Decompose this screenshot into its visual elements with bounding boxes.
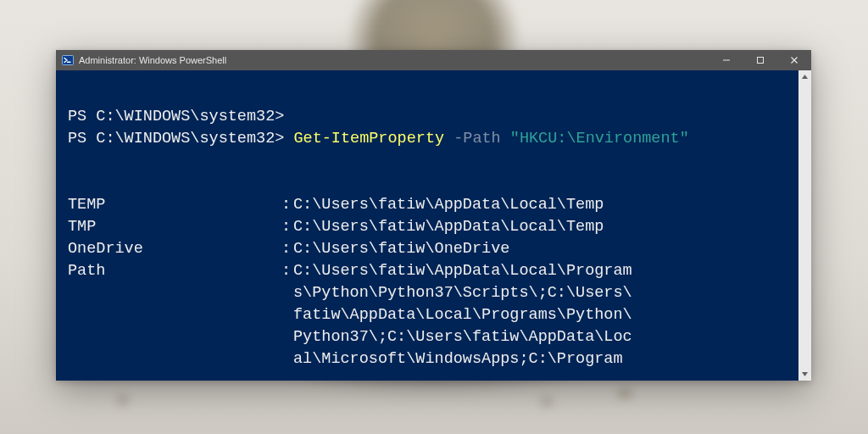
powershell-window: Administrator: Windows PowerShell PS C:\… [56,50,811,381]
svg-rect-3 [758,58,764,64]
scroll-track[interactable] [798,83,811,368]
titlebar[interactable]: Administrator: Windows PowerShell [56,50,811,70]
client-area: PS C:\WINDOWS\system32> PS C:\WINDOWS\sy… [56,70,811,381]
svg-marker-7 [802,372,808,376]
output-row: TMP: C:\Users\fatiw\AppData\Local\Temp [68,216,790,238]
output-sep: : [281,238,293,260]
output-sep: : [281,216,293,238]
window-title: Administrator: Windows PowerShell [79,55,226,65]
scroll-up-button[interactable] [798,70,811,83]
output-value: C:\Users\fatiw\AppData\Local\Temp [293,194,790,216]
powershell-icon [61,54,74,67]
output-sep: : [281,194,293,216]
param-token: -Path [444,130,510,147]
output-key: Path [68,260,281,370]
close-button[interactable] [777,50,811,70]
prompt-line-1: PS C:\WINDOWS\system32> [68,108,284,125]
console-output[interactable]: PS C:\WINDOWS\system32> PS C:\WINDOWS\sy… [56,70,798,381]
output-key: TMP [68,216,281,238]
prompt-line-2-prefix: PS C:\WINDOWS\system32> [68,130,293,147]
string-arg-token: "HKCU:\Environment" [510,130,689,147]
output-value: C:\Users\fatiw\AppData\Local\Temp [293,216,790,238]
output-value: C:\Users\fatiw\AppData\Local\Program s\P… [293,260,790,370]
svg-marker-6 [802,75,808,79]
scroll-down-button[interactable] [798,368,811,381]
minimize-button[interactable] [709,50,743,70]
output-key: OneDrive [68,238,281,260]
svg-rect-0 [62,56,73,65]
output-row: TEMP: C:\Users\fatiw\AppData\Local\Temp [68,194,790,216]
maximize-button[interactable] [743,50,777,70]
output-row: Path: C:\Users\fatiw\AppData\Local\Progr… [68,260,790,370]
output-key: TEMP [68,194,281,216]
output-row: OneDrive: C:\Users\fatiw\OneDrive [68,238,790,260]
output-value: C:\Users\fatiw\OneDrive [293,238,790,260]
vertical-scrollbar[interactable] [798,70,811,381]
cmdlet-token: Get-ItemProperty [293,130,444,147]
output-sep: : [281,260,293,370]
